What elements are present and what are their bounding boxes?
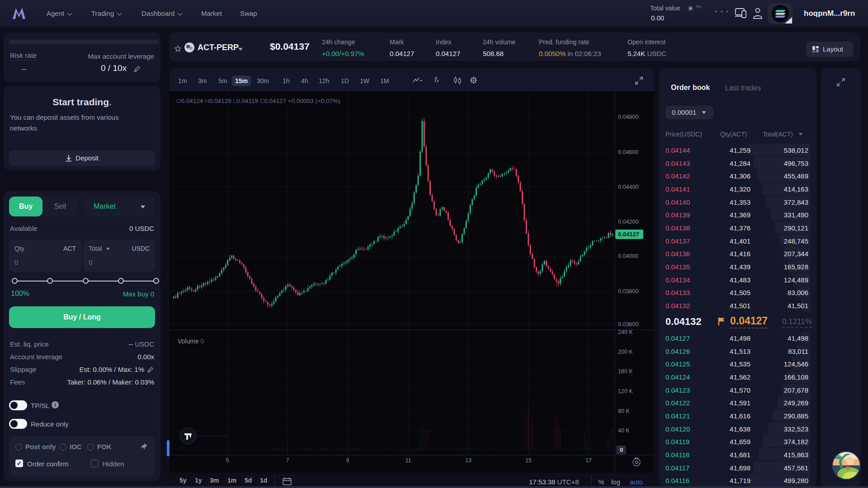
svg-text:O0.04124 H0.04129 L0.04119: O0.04124 H0.04129 L0.04119 C0.04127 +0.0… — [176, 98, 340, 104]
svg-text:17: 17 — [585, 457, 592, 464]
svg-text:240 K: 240 K — [618, 329, 633, 335]
svg-text:40 K: 40 K — [618, 427, 630, 434]
svg-text:80 K: 80 K — [618, 408, 630, 414]
svg-text:0: 0 — [620, 446, 623, 453]
svg-text:0.04200: 0.04200 — [618, 219, 638, 225]
svg-text:0.04800: 0.04800 — [618, 114, 638, 120]
svg-text:Volume 0: Volume 0 — [178, 338, 204, 345]
svg-text:15: 15 — [525, 457, 532, 464]
svg-text:0.03600: 0.03600 — [618, 321, 638, 328]
svg-text:0.04000: 0.04000 — [618, 253, 638, 259]
svg-text:160 K: 160 K — [618, 368, 633, 375]
svg-text:0.04600: 0.04600 — [618, 149, 638, 155]
svg-text:5: 5 — [226, 457, 229, 464]
svg-text:0.04127: 0.04127 — [618, 231, 639, 238]
svg-text:9: 9 — [346, 457, 349, 464]
svg-text:0.04400: 0.04400 — [618, 184, 638, 190]
svg-text:11: 11 — [406, 457, 411, 464]
svg-text:7: 7 — [286, 457, 289, 464]
svg-text:200 K: 200 K — [618, 349, 633, 355]
svg-text:120 K: 120 K — [618, 388, 633, 394]
svg-text:0.03800: 0.03800 — [618, 288, 638, 295]
svg-text:13: 13 — [465, 457, 472, 464]
